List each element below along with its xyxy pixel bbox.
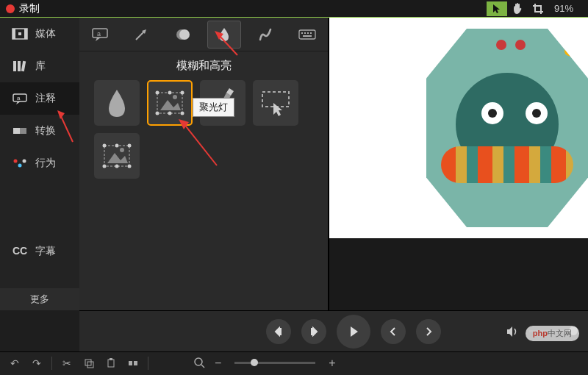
sidebar-item-label: 注释	[35, 92, 56, 105]
svg-point-31	[156, 112, 159, 115]
timeline-toolbar: ↶ ↷ ✂ − +	[0, 351, 588, 374]
sidebar-item-captions[interactable]: CC 字幕	[0, 235, 79, 268]
effect-spotlight[interactable]: 聚光灯	[147, 80, 193, 126]
svg-rect-45	[87, 362, 93, 368]
svg-text:a: a	[17, 95, 21, 101]
svg-point-40	[128, 144, 132, 148]
svg-point-42	[115, 165, 119, 168]
tab-sketch[interactable]	[248, 21, 282, 49]
copy-button[interactable]	[82, 356, 96, 371]
sidebar-item-transitions[interactable]: 转换	[0, 115, 79, 147]
svg-rect-46	[108, 360, 114, 367]
svg-point-41	[103, 165, 107, 168]
timeline-zoom-slider[interactable]	[234, 362, 315, 364]
sidebar-item-label: 库	[35, 60, 46, 73]
svg-point-33	[181, 112, 184, 115]
svg-rect-10	[13, 128, 20, 134]
svg-point-43	[128, 165, 132, 168]
sidebar-item-label: 转换	[35, 124, 56, 138]
svg-point-38	[103, 144, 107, 148]
svg-rect-21	[301, 32, 303, 34]
tool-tabs: a	[79, 18, 328, 51]
svg-line-51	[201, 365, 204, 368]
effect-tooltip: 聚光灯	[193, 98, 234, 117]
svg-rect-24	[310, 32, 312, 34]
effect-pixelate[interactable]	[94, 133, 140, 179]
effects-grid: 聚光灯	[79, 80, 328, 179]
tab-keystroke[interactable]	[290, 21, 324, 49]
sidebar-item-library[interactable]: 库	[0, 50, 79, 82]
zoom-out-button[interactable]	[193, 356, 207, 371]
svg-rect-2	[24, 29, 27, 39]
sidebar-more[interactable]: 更多	[0, 288, 79, 310]
effect-interactive[interactable]	[253, 80, 298, 126]
cut-button[interactable]: ✂	[60, 356, 74, 371]
effect-blur[interactable]	[94, 80, 140, 126]
sidebar-item-label: 字幕	[35, 245, 56, 258]
tab-shapes[interactable]	[166, 21, 200, 49]
svg-rect-49	[134, 361, 137, 365]
tab-blur-highlight[interactable]	[207, 21, 241, 49]
record-label[interactable]: 录制	[19, 2, 40, 15]
captions-icon: CC	[12, 245, 28, 258]
main-area: 媒体 库 a 注释 转换 行为 CC 字幕 更多 a	[0, 18, 588, 310]
svg-point-19	[179, 29, 190, 40]
zoom-level[interactable]: 91%	[554, 3, 573, 14]
watermark: php中文网	[526, 326, 579, 341]
next-frame-button[interactable]	[301, 319, 326, 344]
svg-point-32	[168, 112, 172, 115]
svg-rect-25	[303, 35, 312, 37]
sidebar-item-behaviors[interactable]: 行为	[0, 147, 79, 179]
crop-tool[interactable]	[528, 1, 548, 16]
svg-rect-4	[13, 61, 16, 71]
svg-rect-22	[304, 32, 306, 34]
svg-rect-1	[12, 29, 15, 39]
topbar: 录制 91%	[0, 0, 588, 18]
svg-point-12	[18, 164, 22, 168]
svg-rect-44	[85, 360, 91, 365]
canvas-area[interactable]	[329, 18, 588, 310]
tab-callouts[interactable]: a	[83, 21, 117, 49]
behaviors-icon	[12, 157, 28, 170]
sidebar-item-annotations[interactable]: a 注释	[0, 82, 79, 115]
svg-rect-35	[262, 92, 289, 107]
svg-rect-47	[110, 358, 112, 360]
svg-point-30	[181, 91, 184, 95]
svg-point-50	[195, 358, 202, 365]
svg-rect-20	[299, 30, 315, 39]
cursor-tool[interactable]	[487, 1, 507, 16]
redo-button[interactable]: ↷	[29, 356, 44, 371]
svg-rect-23	[307, 32, 309, 34]
tab-arrows[interactable]	[124, 21, 158, 49]
canvas[interactable]	[329, 18, 588, 238]
prev-button[interactable]	[381, 319, 406, 344]
svg-rect-5	[18, 61, 21, 71]
preview-image	[426, 29, 588, 227]
svg-point-13	[23, 160, 26, 163]
tool-panel: a 模糊和高亮	[79, 18, 329, 310]
volume-icon[interactable]	[506, 325, 519, 338]
svg-point-27	[173, 95, 177, 99]
svg-rect-6	[21, 61, 26, 71]
hand-tool[interactable]	[507, 1, 528, 16]
svg-point-39	[115, 144, 119, 148]
svg-point-29	[168, 91, 172, 95]
svg-rect-3	[18, 32, 21, 35]
transitions-icon	[12, 124, 28, 138]
sidebar: 媒体 库 a 注释 转换 行为 CC 字幕 更多	[0, 18, 79, 310]
sidebar-item-label: 行为	[35, 157, 56, 170]
sidebar-item-label: 媒体	[35, 27, 56, 40]
record-indicator-icon	[6, 4, 15, 13]
prev-frame-button[interactable]	[266, 319, 291, 344]
svg-text:a: a	[97, 30, 101, 38]
next-button[interactable]	[416, 319, 441, 344]
split-button[interactable]	[126, 356, 140, 371]
paste-button[interactable]	[104, 356, 118, 371]
svg-rect-48	[129, 361, 132, 365]
undo-button[interactable]: ↶	[7, 356, 22, 371]
media-icon	[12, 27, 28, 40]
section-title: 模糊和高亮	[79, 51, 328, 80]
play-button[interactable]	[337, 315, 370, 349]
library-icon	[12, 60, 28, 73]
sidebar-item-media[interactable]: 媒体	[0, 18, 79, 50]
